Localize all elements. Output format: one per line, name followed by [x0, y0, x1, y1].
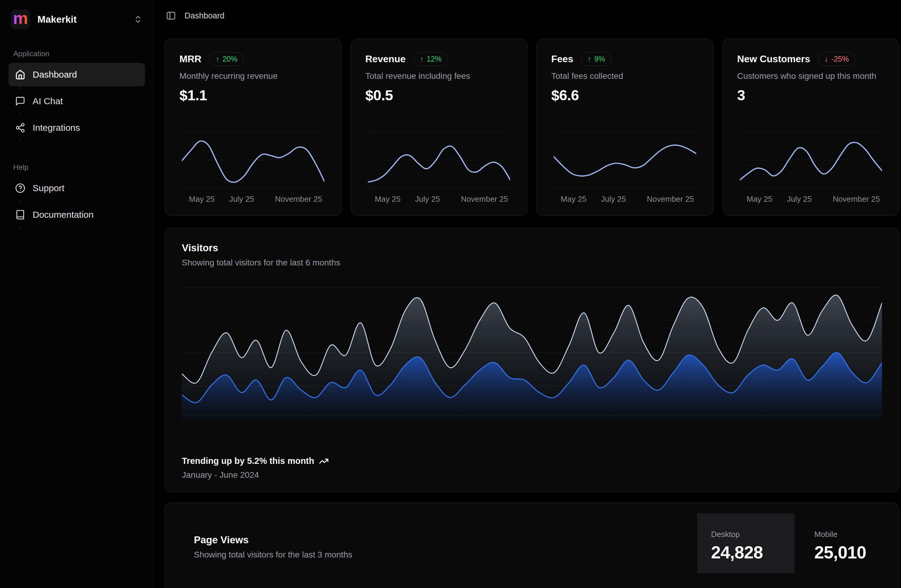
sparkline-chart [182, 131, 324, 190]
help-circle-icon [15, 183, 25, 193]
book-icon [15, 210, 25, 220]
badge-label: -25% [831, 55, 849, 64]
sparkline-chart [368, 131, 510, 190]
sidebar-nav-application: Dashboard AI Chat Integrations [8, 63, 145, 140]
sparkline-chart [740, 131, 882, 190]
trend-text: Trending up by 5.2% this month [182, 456, 314, 466]
logo-letter: m [13, 10, 28, 27]
x-tick: November 25 [647, 195, 694, 204]
page-views-card: Page Views Showing total visitors for th… [165, 502, 899, 588]
stat-description: Total revenue including fees [365, 71, 513, 81]
stat-title: New Customers [737, 53, 811, 65]
sparkline-x-axis: May 25 July 25 November 25 [368, 195, 510, 205]
stat-value: 25,010 [814, 542, 885, 562]
visitors-area-chart [182, 287, 882, 420]
sidebar-item-label: Documentation [33, 210, 94, 220]
x-tick: July 25 [601, 195, 626, 204]
page-views-title: Page Views [194, 534, 352, 546]
sidebar: m Makerkit Application Dashboard AI Chat… [0, 0, 154, 588]
visitors-footer: Trending up by 5.2% this month January -… [182, 456, 882, 480]
sidebar-item-ai-chat[interactable]: AI Chat [8, 89, 145, 113]
stat-value: $1.1 [179, 87, 327, 104]
stat-card-new-customers: New Customers ↓-25% Customers who signed… [722, 39, 899, 216]
sidebar-item-documentation[interactable]: Documentation [8, 203, 145, 226]
sidebar-item-label: Dashboard [33, 69, 77, 80]
stat-cards-row: MRR ↑20% Monthly recurring revenue $1.1 … [165, 39, 899, 216]
page-views-mobile-toggle[interactable]: Mobile 25,010 [794, 513, 885, 573]
x-tick: July 25 [229, 195, 254, 204]
stat-card-mrr: MRR ↑20% Monthly recurring revenue $1.1 … [165, 39, 341, 216]
sparkline-x-axis: May 25 July 25 November 25 [553, 195, 696, 205]
sidebar-section-application: Application [13, 50, 140, 58]
stat-title: MRR [179, 53, 201, 65]
trend-badge: ↑9% [581, 52, 612, 66]
home-icon [15, 69, 25, 80]
badge-label: 20% [222, 55, 237, 64]
sidebar-item-label: Integrations [33, 123, 80, 133]
main-area: Dashboard MRR ↑20% Monthly recurring rev… [154, 0, 901, 588]
sparkline-x-axis: May 25 July 25 November 25 [182, 195, 324, 205]
sidebar-item-dashboard[interactable]: Dashboard [8, 63, 145, 86]
badge-label: 9% [594, 55, 605, 64]
stat-description: Total fees collected [551, 71, 698, 81]
trend-badge: ↓-25% [818, 52, 855, 66]
stat-label: Mobile [814, 530, 885, 539]
chevrons-up-down-icon [134, 15, 143, 24]
x-tick: November 25 [833, 195, 880, 204]
stat-title: Fees [551, 53, 573, 65]
badge-label: 12% [427, 55, 441, 64]
x-tick: May 25 [747, 195, 772, 204]
stat-label: Desktop [711, 530, 794, 539]
x-tick: May 25 [189, 195, 214, 204]
visitors-subtitle: Showing total visitors for the last 6 mo… [182, 258, 882, 268]
makerkit-logo: m [11, 10, 30, 29]
panel-left-icon[interactable] [166, 11, 176, 21]
breadcrumb: Dashboard [184, 11, 224, 20]
stat-description: Monthly recurring revenue [179, 71, 327, 81]
sidebar-section-help: Help [13, 163, 140, 172]
sparkline-x-axis: May 25 July 25 November 25 [740, 195, 882, 205]
x-tick: May 25 [561, 195, 586, 204]
x-tick: November 25 [275, 195, 322, 204]
stat-value: 3 [737, 87, 885, 104]
arrow-up-icon: ↑ [588, 55, 591, 64]
stat-card-fees: Fees ↑9% Total fees collected $6.6 May 2… [536, 39, 714, 216]
page-views-toggle-group: Desktop 24,828 Mobile 25,010 [697, 513, 885, 588]
page-views-desktop-toggle[interactable]: Desktop 24,828 [697, 513, 794, 573]
visitors-card: Visitors Showing total visitors for the … [165, 228, 899, 492]
sidebar-item-support[interactable]: Support [8, 176, 145, 200]
stat-title: Revenue [365, 53, 406, 65]
arrow-up-icon: ↑ [216, 55, 220, 64]
trending-up-icon [319, 456, 329, 466]
stat-value: $6.6 [551, 87, 698, 104]
stat-card-revenue: Revenue ↑12% Total revenue including fee… [351, 39, 528, 216]
sidebar-nav-help: Support Documentation [8, 176, 145, 226]
x-tick: May 25 [375, 195, 401, 204]
top-bar: Dashboard [154, 0, 901, 31]
chat-icon [15, 96, 25, 106]
x-tick: July 25 [787, 195, 812, 204]
trend-badge: ↑12% [413, 52, 448, 66]
x-tick: July 25 [415, 195, 440, 204]
trend-badge: ↑20% [209, 52, 244, 66]
workspace-selector[interactable]: m Makerkit [8, 8, 145, 31]
stat-value: 24,828 [711, 542, 794, 562]
visitors-date-range: January - June 2024 [182, 470, 882, 480]
page-views-subtitle: Showing total visitors for the last 3 mo… [194, 550, 352, 560]
x-tick: November 25 [461, 195, 508, 204]
arrow-down-icon: ↓ [824, 55, 828, 64]
sidebar-item-integrations[interactable]: Integrations [8, 116, 145, 140]
app-name: Makerkit [37, 14, 77, 25]
arrow-up-icon: ↑ [420, 55, 424, 64]
sparkline-chart [553, 131, 696, 190]
sidebar-item-label: AI Chat [33, 96, 63, 106]
stat-value: $0.5 [365, 87, 513, 104]
sidebar-item-label: Support [33, 183, 64, 193]
visitors-title: Visitors [182, 242, 882, 254]
dashboard-content: MRR ↑20% Monthly recurring revenue $1.1 … [154, 31, 901, 588]
stat-description: Customers who signed up this month [737, 71, 885, 81]
share-icon [15, 123, 25, 133]
